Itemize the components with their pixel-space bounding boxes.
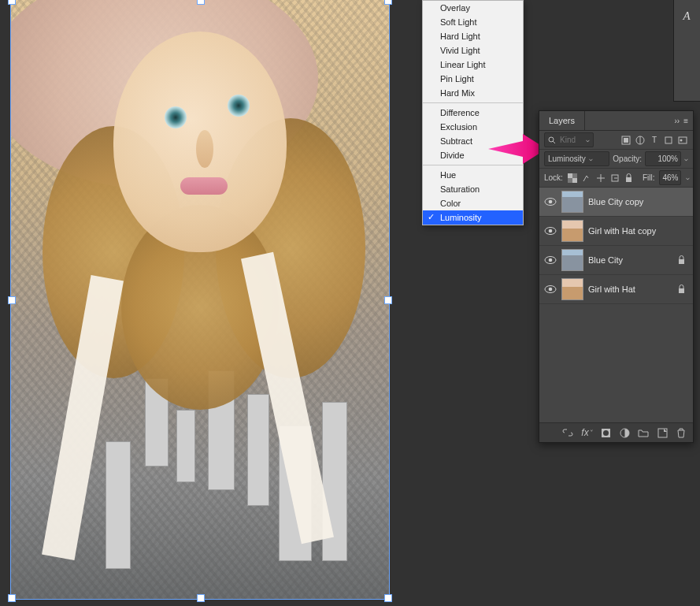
layer-row[interactable]: Girl with Hat [539,275,693,304]
filter-type-icon[interactable]: T [649,135,660,146]
filter-adjust-icon[interactable] [635,135,646,146]
layer-row[interactable]: Blue City copy [539,188,693,217]
layer-name[interactable]: Blue City copy [588,197,672,206]
transform-handle[interactable] [197,0,205,5]
svg-rect-6 [665,137,672,143]
lock-pixels-icon[interactable] [582,173,591,184]
menu-item-linear-light[interactable]: Linear Light [423,58,523,72]
menu-item-hue[interactable]: Hue [423,168,523,182]
opacity-value[interactable]: 100% [645,151,681,166]
svg-point-19 [549,258,553,262]
menu-item-vivid-light[interactable]: Vivid Light [423,43,523,58]
svg-rect-23 [679,288,684,293]
menu-item-color[interactable]: Color [423,196,523,210]
svg-point-22 [549,288,553,292]
layer-thumbnail[interactable] [561,278,583,300]
blend-opacity-bar: Luminosity⌵ Opacity: 100% ⌵ [539,150,693,169]
menu-item-saturation[interactable]: Saturation [423,182,523,196]
layer-row[interactable]: Blue City [539,246,693,275]
chevron-down-icon[interactable]: ⌵ [686,174,690,181]
collapse-icon[interactable]: ›› [674,117,680,125]
lock-icon[interactable] [677,255,688,265]
transform-handle[interactable] [384,0,392,5]
filter-smart-icon[interactable] [677,135,688,146]
visibility-toggle[interactable] [544,284,557,294]
filter-shape-icon[interactable] [663,135,674,146]
menu-item-pin-light[interactable]: Pin Light [423,72,523,86]
new-layer-icon[interactable] [657,427,668,438]
canvas[interactable] [11,0,389,599]
opacity-label: Opacity: [613,154,642,163]
svg-point-8 [680,139,683,141]
svg-line-2 [553,141,555,143]
menu-item-exclusion[interactable]: Exclusion [423,120,523,134]
fill-value[interactable]: 46% [659,170,681,185]
chevron-down-icon[interactable]: ⌵ [684,155,688,162]
layers-panel: Layers ›› ≡ ⌵ T Luminosity⌵ Opacity: 100… [539,110,694,443]
link-layers-icon[interactable] [562,427,573,438]
menu-item-divide[interactable]: Divide [423,148,523,162]
lock-bar: Lock: Fill: 46% ⌵ [539,169,693,188]
layer-filter-input[interactable] [558,135,583,145]
search-icon [548,136,556,144]
transform-handle[interactable] [384,594,392,602]
layer-thumbnail[interactable] [561,191,583,213]
delete-layer-icon[interactable] [676,427,687,438]
transform-handle[interactable] [8,296,16,304]
adjustment-layer-icon[interactable] [619,427,630,438]
chevron-down-icon: ⌵ [586,136,590,143]
layer-name[interactable]: Girl with Hat copy [588,226,672,236]
chevron-down-icon: ⌵ [589,155,593,162]
lock-position-icon[interactable] [596,173,606,184]
menu-item-hard-mix[interactable]: Hard Mix [423,86,523,100]
blend-mode-select[interactable]: Luminosity⌵ [544,151,609,166]
lock-label: Lock: [544,173,563,182]
lock-transparent-icon[interactable] [568,173,577,184]
blend-mode-menu[interactable]: OverlaySoft LightHard LightVivid LightLi… [422,0,524,225]
lock-icon[interactable] [677,284,688,294]
visibility-toggle[interactable] [544,226,557,236]
svg-rect-27 [658,429,667,437]
lock-artboard-icon[interactable] [610,173,620,184]
lock-all-icon[interactable] [624,173,633,184]
transform-handle[interactable] [8,594,16,602]
layer-list: Blue City copyGirl with Hat copyBlue Cit… [539,188,693,304]
fill-label: Fill: [643,173,655,182]
visibility-toggle[interactable] [544,197,557,206]
menu-item-soft-light[interactable]: Soft Light [423,15,523,29]
layer-name[interactable]: Girl with Hat [588,284,672,294]
character-icon: A [679,9,694,25]
panel-menu-icon[interactable]: ≡ [683,117,688,125]
menu-item-difference[interactable]: Difference [423,106,523,120]
svg-point-15 [549,200,553,204]
menu-item-overlay[interactable]: Overlay [423,1,523,15]
menu-item-luminosity[interactable]: Luminosity [423,210,523,225]
svg-rect-13 [626,177,631,182]
svg-rect-10 [568,173,572,178]
svg-point-25 [603,430,609,436]
layer-row[interactable]: Girl with Hat copy [539,217,693,246]
layer-thumbnail[interactable] [561,249,583,271]
group-icon[interactable] [638,427,649,438]
svg-rect-4 [624,138,628,143]
layers-bottom-bar: fx˅ [539,422,693,442]
filter-pixel-icon[interactable] [620,135,631,146]
layer-filter-kind[interactable]: ⌵ [544,132,594,147]
layer-thumbnail[interactable] [561,220,583,242]
panel-tabbar: Layers ›› ≡ [539,111,693,131]
tab-layers[interactable]: Layers [539,111,585,130]
character-panel-collapsed[interactable]: A [673,0,700,102]
layer-style-icon[interactable]: fx˅ [581,427,592,438]
layer-name[interactable]: Blue City [588,255,672,265]
transform-handle[interactable] [8,0,16,5]
svg-point-17 [549,229,553,233]
transform-handle[interactable] [384,296,392,304]
svg-rect-20 [679,259,684,264]
image-composite [11,0,389,599]
layer-mask-icon[interactable] [600,427,611,438]
svg-rect-11 [572,178,577,183]
menu-item-hard-light[interactable]: Hard Light [423,29,523,43]
transform-handle[interactable] [197,594,205,602]
visibility-toggle[interactable] [544,255,557,265]
menu-item-subtract[interactable]: Subtract [423,134,523,148]
